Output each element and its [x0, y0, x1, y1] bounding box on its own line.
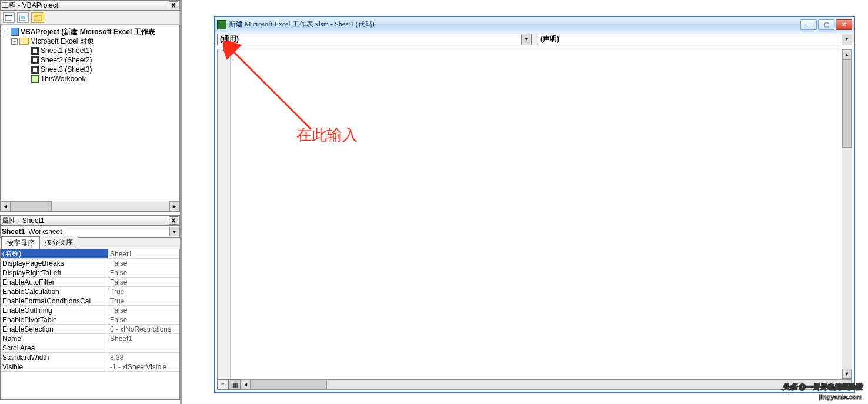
procedure-combo-value: (声明) [540, 34, 559, 44]
property-value[interactable]: False [108, 259, 179, 268]
tree-item-thisworkbook[interactable]: ThisWorkbook [2, 74, 178, 84]
code-window-title: 新建 Microsoft Excel 工作表.xlsm - Sheet1 (代码… [229, 19, 800, 29]
properties-tabs: 按字母序 按分类序 [0, 238, 180, 249]
tree-item-sheet1[interactable]: Sheet1 (Sheet1) [2, 46, 178, 55]
property-name: EnableAutoFilter [1, 278, 108, 286]
tree-item-label[interactable]: Sheet1 (Sheet1) [41, 46, 92, 55]
property-row[interactable]: EnablePivotTableFalse [1, 315, 179, 325]
property-row[interactable]: EnableAutoFilterFalse [1, 278, 179, 287]
code-window-titlebar[interactable]: 新建 Microsoft Excel 工作表.xlsm - Sheet1 (代码… [215, 17, 854, 32]
property-value[interactable]: False [108, 315, 179, 324]
full-module-view-button[interactable]: ▦ [229, 379, 241, 390]
property-name: Visible [1, 362, 108, 371]
property-value[interactable]: Sheet1 [108, 249, 179, 258]
property-row[interactable]: Visible-1 - xlSheetVisible [1, 362, 179, 372]
property-name: (名称) [1, 249, 108, 258]
tree-root-label[interactable]: VBAProject (新建 Microsoft Excel 工作表 [21, 27, 155, 37]
scroll-thumb[interactable] [842, 59, 852, 148]
scroll-right-button[interactable]: ► [169, 201, 179, 211]
project-explorer-close-button[interactable]: X [169, 1, 178, 9]
property-value[interactable]: 8.38 [108, 353, 179, 362]
worksheet-icon [30, 65, 39, 74]
tree-item-label[interactable]: Sheet3 (Sheet3) [41, 65, 92, 74]
properties-object-select[interactable]: Sheet1 Worksheet ▼ [0, 226, 180, 238]
tree-root[interactable]: − VBAProject (新建 Microsoft Excel 工作表 [2, 27, 178, 36]
property-value[interactable]: True [108, 296, 179, 305]
expand-icon[interactable]: − [11, 38, 18, 45]
property-row[interactable]: EnableFormatConditionsCalTrue [1, 296, 179, 306]
tree-folder[interactable]: − Microsoft Excel 对象 [2, 36, 178, 46]
property-value[interactable]: False [108, 278, 179, 286]
property-name: EnableSelection [1, 325, 108, 333]
scroll-right-button[interactable]: ► [842, 380, 852, 389]
scroll-left-button[interactable]: ◄ [241, 380, 251, 389]
property-value[interactable] [108, 343, 179, 352]
view-object-button[interactable] [17, 12, 29, 23]
properties-object-name: Sheet1 [2, 228, 25, 236]
code-hscroll[interactable]: ◄ ► [241, 379, 852, 390]
property-row[interactable]: StandardWidth8.38 [1, 353, 179, 362]
properties-title-text: 属性 - Sheet1 [2, 216, 169, 226]
scroll-left-button[interactable]: ◄ [1, 201, 11, 211]
project-tree[interactable]: − VBAProject (新建 Microsoft Excel 工作表 − M… [0, 25, 180, 201]
scroll-down-button[interactable]: ▼ [842, 369, 852, 379]
workbook-icon [30, 75, 39, 83]
procedure-combo[interactable]: (声明) ▼ [538, 34, 852, 45]
worksheet-icon [30, 56, 39, 64]
tab-categorized[interactable]: 按分类序 [39, 236, 78, 249]
property-name: Name [1, 334, 108, 343]
minimize-button[interactable]: — [800, 19, 817, 30]
view-code-button[interactable] [3, 12, 15, 23]
worksheet-icon [30, 46, 39, 55]
svg-rect-3 [21, 16, 25, 19]
chevron-down-icon[interactable]: ▼ [169, 227, 179, 236]
folder-open-icon [19, 37, 29, 45]
tree-item-label[interactable]: ThisWorkbook [41, 75, 85, 83]
object-combo-value: (通用) [220, 34, 239, 44]
tree-item-sheet3[interactable]: Sheet3 (Sheet3) [2, 65, 178, 74]
scroll-thumb[interactable] [251, 380, 327, 389]
property-row[interactable]: NameSheet1 [1, 334, 179, 343]
excel-icon [217, 20, 226, 29]
property-name: ScrollArea [1, 343, 108, 352]
code-editor[interactable]: ▲ ▼ [217, 49, 852, 379]
properties-close-button[interactable]: X [169, 216, 178, 225]
chevron-down-icon[interactable]: ▼ [842, 34, 852, 45]
property-row[interactable]: ScrollArea [1, 343, 179, 353]
close-button[interactable]: ✕ [836, 19, 852, 30]
maximize-button[interactable]: ▢ [818, 19, 834, 30]
scroll-up-button[interactable]: ▲ [842, 49, 852, 59]
property-name: EnablePivotTable [1, 315, 108, 324]
tab-alphabetic[interactable]: 按字母序 [1, 236, 40, 249]
procedure-view-button[interactable]: ≡ [217, 379, 229, 390]
code-window: 新建 Microsoft Excel 工作表.xlsm - Sheet1 (代码… [214, 16, 855, 393]
property-value[interactable]: 0 - xlNoRestrictions [108, 325, 179, 333]
tree-item-sheet2[interactable]: Sheet2 (Sheet2) [2, 55, 178, 65]
code-vscroll[interactable]: ▲ ▼ [842, 49, 852, 379]
property-value[interactable]: False [108, 306, 179, 315]
property-row[interactable]: DisplayPageBreaksFalse [1, 259, 179, 268]
property-name: DisplayPageBreaks [1, 259, 108, 268]
property-row[interactable]: EnableSelection0 - xlNoRestrictions [1, 325, 179, 334]
scroll-thumb[interactable] [11, 201, 52, 211]
property-value[interactable]: False [108, 268, 179, 277]
tree-item-label[interactable]: Sheet2 (Sheet2) [41, 56, 92, 64]
tree-folder-label[interactable]: Microsoft Excel 对象 [30, 36, 94, 46]
properties-grid[interactable]: (名称)Sheet1DisplayPageBreaksFalseDisplayR… [0, 249, 180, 400]
property-row[interactable]: (名称)Sheet1 [1, 249, 179, 259]
project-tree-hscroll[interactable]: ◄ ► [0, 201, 180, 212]
code-body[interactable] [231, 49, 842, 379]
toggle-folders-button[interactable] [31, 12, 44, 23]
property-row[interactable]: EnableOutliningFalse [1, 306, 179, 315]
property-value[interactable]: Sheet1 [108, 334, 179, 343]
property-value[interactable]: True [108, 287, 179, 296]
expand-icon[interactable]: − [2, 29, 8, 35]
object-combo[interactable]: (通用) ▼ [217, 34, 532, 45]
chevron-down-icon[interactable]: ▼ [521, 34, 531, 45]
property-row[interactable]: EnableCalculationTrue [1, 287, 179, 296]
svg-rect-1 [5, 15, 12, 16]
property-value[interactable]: -1 - xlSheetVisible [108, 362, 179, 371]
property-name: EnableFormatConditionsCal [1, 296, 108, 305]
property-row[interactable]: DisplayRightToLeftFalse [1, 268, 179, 278]
project-explorer-title-text: 工程 - VBAProject [2, 1, 169, 11]
